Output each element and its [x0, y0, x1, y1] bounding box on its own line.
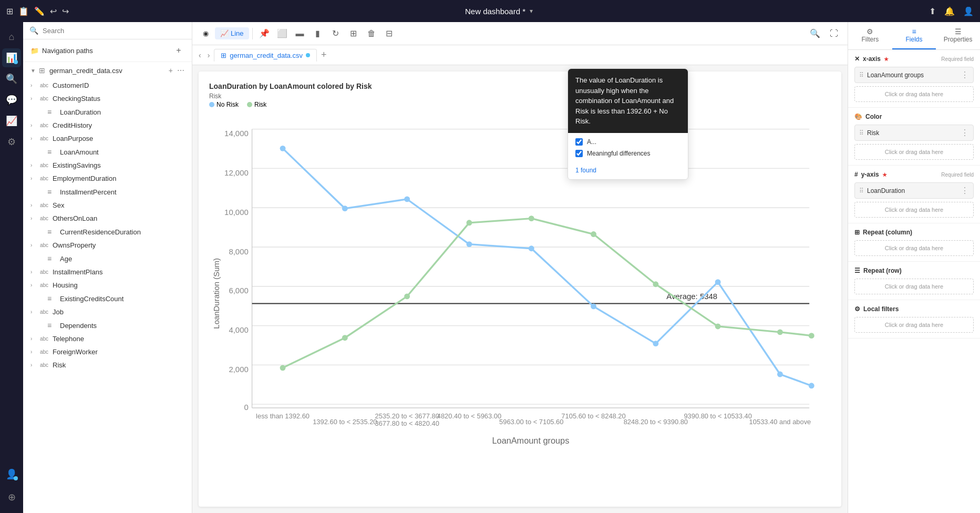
field-item-ownsproperty[interactable]: ›abcOwnsProperty [23, 239, 192, 252]
svg-point-27 [653, 341, 658, 346]
file-tab-active[interactable]: ⊞ german_credit_data.csv [214, 49, 317, 61]
share-icon[interactable]: ⬆ [929, 6, 936, 16]
insight-check-1[interactable] [575, 138, 583, 146]
field-item-loanpurpose[interactable]: ›abcLoanPurpose [23, 132, 192, 145]
svg-point-38 [715, 324, 721, 330]
field-item-othersonloan[interactable]: ›abcOthersOnLoan [23, 212, 192, 225]
refresh-icon[interactable]: ↻ [327, 25, 344, 42]
field-item-employmentduration[interactable]: ›abcEmploymentDuration [23, 172, 192, 185]
grid-icon[interactable]: ⊞ [6, 6, 13, 16]
user-icon[interactable]: 👤 [963, 6, 974, 16]
field-item-customerid[interactable]: ›abcCustomerID [23, 79, 192, 92]
repeat-col-drop-zone[interactable]: Click or drag data here [854, 240, 974, 256]
svg-point-21 [280, 146, 286, 151]
viz-type-button[interactable]: ◉ [198, 27, 214, 39]
field-item-loanduration[interactable]: ≡LoanDuration [23, 105, 192, 119]
insight-tooltip: The value of LoanDuration is unusually h… [568, 68, 688, 180]
insight-item-1-label: A... [587, 138, 596, 146]
add-bottom-icon[interactable]: ⊕ [2, 488, 21, 507]
chevron-icon: › [30, 216, 37, 221]
dropdown-icon[interactable]: ▾ [530, 7, 533, 15]
rp-local-filters-title: ⚙ Local filters [854, 305, 974, 313]
field-item-loanamount[interactable]: ≡LoanAmount [23, 145, 192, 159]
x-axis-more-icon[interactable]: ⋮ [961, 70, 969, 80]
abc-icon: abc [40, 162, 49, 168]
field-item-sex[interactable]: ›abcSex [23, 199, 192, 212]
square-icon[interactable]: ⬜ [274, 25, 291, 42]
dashboard-title: New dashboard * [465, 7, 525, 16]
field-item-job[interactable]: ›abcJob [23, 305, 192, 319]
zoom-in-icon[interactable]: 🔍 [807, 25, 823, 42]
y-axis-more-icon[interactable]: ⋮ [961, 186, 969, 196]
line-label: Line [231, 29, 244, 37]
rect-v-icon[interactable]: ▮ [310, 25, 326, 42]
redo-icon[interactable]: ↪ [62, 6, 69, 16]
tab-filters[interactable]: ⚙ Filters [848, 22, 892, 49]
search-input[interactable] [43, 27, 185, 35]
y-axis-field-chip[interactable]: ⠿ LoanDuration ⋮ [854, 182, 974, 199]
field-item-age[interactable]: ≡Age [23, 252, 192, 265]
undo-icon[interactable]: ↩ [50, 6, 57, 16]
tab-properties[interactable]: ☰ Properties [936, 22, 980, 49]
x-axis-drop-zone[interactable]: Click or drag data here [854, 86, 974, 102]
measure-icon: ≡ [47, 254, 57, 263]
chevron-icon: › [30, 349, 37, 355]
rp-x-axis-section: ✕ x-axis ★ Required field ⠿ LoanAmount g… [848, 50, 980, 108]
field-item-installmentplans[interactable]: ›abcInstallmentPlans [23, 265, 192, 279]
table-view-icon[interactable]: ⊞ [345, 25, 362, 42]
color-field-chip[interactable]: ⠿ Risk ⋮ [854, 125, 974, 141]
viz-icon: ◉ [203, 29, 209, 37]
chevron-icon: › [30, 309, 37, 315]
chat-icon[interactable]: 💬 [2, 90, 21, 109]
svg-text:0: 0 [244, 403, 248, 412]
repeat-row-drop-zone[interactable]: Click or drag data here [854, 279, 974, 294]
more-datasource-icon[interactable]: ⋯ [177, 66, 184, 75]
field-item-telephone[interactable]: ›abcTelephone [23, 332, 192, 345]
tab-fields[interactable]: ≡ Fields [892, 22, 936, 49]
fullscreen-icon[interactable]: ⛶ [826, 25, 842, 42]
color-more-icon[interactable]: ⋮ [961, 128, 969, 138]
field-item-existingcreditscount[interactable]: ≡ExistingCreditsCount [23, 292, 192, 305]
svg-text:LoanDuration (Sum): LoanDuration (Sum) [212, 258, 221, 329]
layout-icon[interactable]: ⊟ [381, 25, 398, 42]
add-nav-button[interactable]: + [173, 45, 184, 56]
chart-icon[interactable]: 📈 [2, 111, 21, 130]
local-filters-drop-zone[interactable]: Click or drag data here [854, 317, 974, 333]
field-item-credithistory[interactable]: ›abcCreditHistory [23, 119, 192, 132]
abc-icon: abc [40, 202, 49, 208]
field-item-dependents[interactable]: ≡Dependents [23, 319, 192, 332]
file-icon[interactable]: 📋 [18, 6, 29, 16]
settings-icon[interactable]: ⚙ [2, 132, 21, 151]
rect-h-icon[interactable]: ▬ [292, 25, 308, 42]
rp-local-filters-section: ⚙ Local filters Click or drag data here [848, 300, 980, 338]
nav-paths-header[interactable]: 📁 Navigation paths + [23, 39, 192, 62]
insight-check-2[interactable] [575, 150, 583, 157]
notifications-icon[interactable]: 🔔 [944, 6, 955, 16]
search-icon[interactable]: 🔍 [2, 69, 21, 88]
insight-found: 1 found [568, 167, 688, 179]
delete-icon[interactable]: 🗑 [363, 25, 380, 42]
add-datasource-icon[interactable]: + [169, 66, 173, 75]
y-axis-drop-zone[interactable]: Click or drag data here [854, 202, 974, 218]
data-icon[interactable]: 📊 [2, 48, 21, 67]
abc-icon: abc [40, 176, 49, 181]
tab-nav-back[interactable]: ‹ [197, 49, 203, 61]
field-item-currentresidenceduration[interactable]: ≡CurrentResidenceDuration [23, 225, 192, 239]
field-item-foreignworker[interactable]: ›abcForeignWorker [23, 345, 192, 358]
add-tab-button[interactable]: + [321, 49, 327, 60]
edit-icon[interactable]: ✏️ [34, 6, 45, 16]
pin-icon[interactable]: 📌 [256, 25, 273, 42]
line-chart-button[interactable]: 📈 Line [215, 27, 249, 39]
color-drop-zone[interactable]: Click or drag data here [854, 144, 974, 160]
field-item-checkingstatus[interactable]: ›abcCheckingStatus [23, 92, 192, 105]
x-axis-field-chip[interactable]: ⠿ LoanAmount groups ⋮ [854, 67, 974, 83]
tab-nav-fwd[interactable]: › [205, 49, 212, 61]
user-bottom-icon[interactable]: 👤 [2, 465, 21, 484]
home-icon[interactable]: ⌂ [2, 27, 21, 46]
field-item-installmentpercent[interactable]: ≡InstallmentPercent [23, 185, 192, 199]
field-name-label: EmploymentDuration [53, 175, 116, 182]
datasource-header[interactable]: ▼ ⊞ german_credit_data.csv + ⋯ [23, 62, 192, 79]
field-item-existingsavings[interactable]: ›abcExistingSavings [23, 159, 192, 172]
field-item-risk[interactable]: ›abcRisk [23, 358, 192, 372]
field-item-housing[interactable]: ›abcHousing [23, 279, 192, 292]
